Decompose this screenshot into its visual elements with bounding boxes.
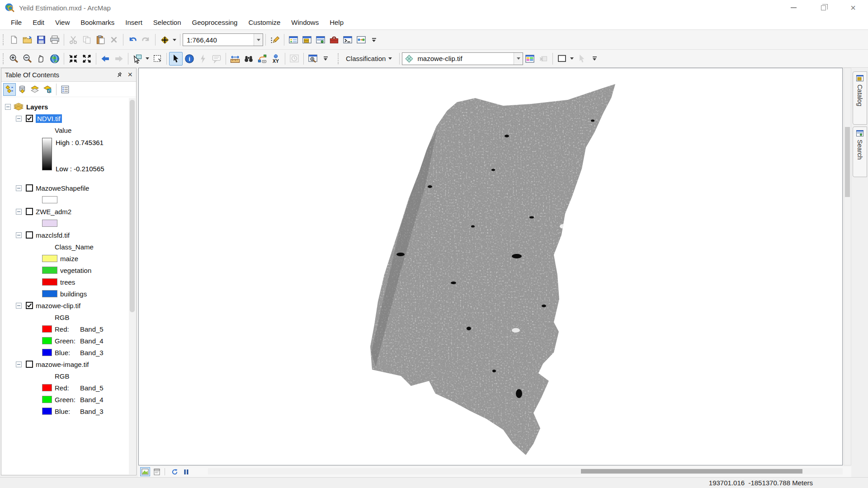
catalog-tab[interactable]: Catalog: [853, 71, 867, 125]
classification-select-button[interactable]: [575, 52, 589, 66]
editor-toolbar-button[interactable]: [268, 33, 282, 47]
collapse-icon[interactable]: [16, 209, 22, 215]
toc-layer-ndvi[interactable]: NDVI.tif: [1, 113, 129, 124]
panel-splitter[interactable]: [137, 68, 138, 475]
print-button[interactable]: [48, 33, 61, 47]
identify-button[interactable]: i: [183, 52, 196, 66]
map-horizontal-scrollbar[interactable]: [208, 468, 843, 474]
mazoweshapefile-symbol-row[interactable]: [1, 194, 129, 206]
draw-shape-dropdown-arrow[interactable]: [570, 57, 574, 60]
python-window-button[interactable]: [341, 33, 354, 47]
mazclsfd-layer-label[interactable]: mazclsfd.tif: [36, 231, 70, 239]
data-view-button[interactable]: [140, 467, 150, 476]
ndvi-layer-label[interactable]: NDVI.tif: [36, 114, 62, 123]
toc-scrollbar[interactable]: [129, 98, 136, 474]
horizontal-scrollbar-thumb[interactable]: [581, 469, 802, 474]
toc-layer-mazowe-clip[interactable]: mazowe-clip.tif: [1, 300, 129, 311]
classification-layer-combobox[interactable]: mazowe-clip.tif: [402, 52, 523, 65]
collapse-icon[interactable]: [16, 116, 22, 122]
go-forward-extent-button[interactable]: [112, 52, 126, 66]
go-to-xy-button[interactable]: XY: [269, 52, 283, 66]
save-button[interactable]: [34, 33, 48, 47]
map-viewport[interactable]: [138, 68, 843, 465]
toc-layer-zwe-adm2[interactable]: ZWE_adm2: [1, 206, 129, 217]
search-tab[interactable]: Search: [853, 127, 867, 177]
paste-button[interactable]: [94, 33, 107, 47]
fixed-zoom-in-button[interactable]: [66, 52, 80, 66]
pause-drawing-button[interactable]: [181, 467, 191, 476]
menu-customize[interactable]: Customize: [243, 16, 286, 28]
draw-rectangle-button[interactable]: [555, 52, 569, 66]
list-by-visibility-button[interactable]: [28, 83, 41, 96]
mazowe-image-checkbox[interactable]: [26, 361, 33, 368]
toolbar-overflow-button[interactable]: [371, 38, 377, 42]
menu-geoprocessing[interactable]: Geoprocessing: [187, 16, 243, 28]
mazowe-clip-checkbox[interactable]: [26, 302, 33, 309]
toolbar-grip[interactable]: [3, 34, 5, 45]
go-back-extent-button[interactable]: [99, 52, 112, 66]
toc-options-button[interactable]: [59, 83, 71, 96]
zoom-in-button[interactable]: [7, 52, 21, 66]
viewer-window-button[interactable]: [306, 52, 320, 66]
redo-button[interactable]: [139, 33, 153, 47]
find-route-button[interactable]: [255, 52, 269, 66]
menu-help[interactable]: Help: [324, 16, 349, 28]
layers-group-label[interactable]: Layers: [26, 103, 48, 111]
restore-button[interactable]: [808, 0, 838, 15]
menu-windows[interactable]: Windows: [286, 16, 324, 28]
ndvi-checkbox[interactable]: [26, 115, 33, 122]
mazoweshapefile-swatch[interactable]: [42, 196, 57, 203]
delete-button[interactable]: [107, 33, 121, 47]
fixed-zoom-out-button[interactable]: [80, 52, 94, 66]
scale-dropdown-button[interactable]: [254, 34, 263, 46]
mazowe-clip-layer-label[interactable]: mazowe-clip.tif: [36, 302, 80, 310]
toc-group-layers[interactable]: Layers: [1, 101, 129, 113]
vertical-scrollbar-thumb[interactable]: [845, 127, 850, 197]
menu-bookmarks[interactable]: Bookmarks: [75, 16, 120, 28]
copy-button[interactable]: [80, 33, 94, 47]
training-sample-manager-button[interactable]: [523, 52, 537, 66]
mazoweshapefile-checkbox[interactable]: [26, 184, 33, 192]
select-features-button[interactable]: [131, 52, 144, 66]
pushpin-icon[interactable]: [116, 71, 123, 79]
zwe-adm2-checkbox[interactable]: [26, 208, 33, 215]
scale-combobox[interactable]: 1:766,440: [183, 33, 263, 46]
toc-window-button[interactable]: [287, 33, 300, 47]
zoom-out-button[interactable]: [21, 52, 34, 66]
full-extent-button[interactable]: [48, 52, 61, 66]
toc-layer-mazclsfd[interactable]: mazclsfd.tif: [1, 229, 129, 241]
toc-layer-mazowe-image[interactable]: mazowe-image.tif: [1, 358, 129, 370]
toolbar-overflow-button[interactable]: [322, 56, 329, 61]
collapse-icon[interactable]: [16, 185, 22, 191]
refresh-button[interactable]: [170, 467, 179, 476]
menu-file[interactable]: File: [5, 16, 27, 28]
collapse-icon[interactable]: [5, 104, 11, 110]
select-features-dropdown-arrow[interactable]: [146, 57, 149, 60]
collapse-icon[interactable]: [16, 303, 22, 309]
modelbuilder-button[interactable]: [354, 33, 368, 47]
search-window-button[interactable]: [314, 33, 327, 47]
undo-button[interactable]: [126, 33, 139, 47]
collapse-icon[interactable]: [16, 232, 22, 238]
zwe-adm2-layer-label[interactable]: ZWE_adm2: [36, 208, 71, 216]
add-data-dropdown-arrow[interactable]: [173, 39, 176, 41]
close-button[interactable]: ×: [838, 0, 868, 15]
list-by-drawing-order-button[interactable]: [3, 83, 16, 96]
find-button[interactable]: [242, 52, 255, 66]
arctoolbox-button[interactable]: [327, 33, 341, 47]
new-document-button[interactable]: [7, 33, 21, 47]
toolbar-overflow-button[interactable]: [591, 56, 598, 61]
toolbar-grip[interactable]: [3, 53, 5, 64]
minimize-button[interactable]: [778, 0, 808, 15]
collapse-icon[interactable]: [16, 361, 22, 367]
select-elements-button[interactable]: [169, 52, 183, 66]
mazowe-image-layer-label[interactable]: mazowe-image.tif: [36, 361, 89, 368]
zwe-adm2-swatch[interactable]: [42, 220, 57, 227]
open-button[interactable]: [21, 33, 34, 47]
clear-training-samples-button[interactable]: [537, 52, 550, 66]
zwe-adm2-symbol-row[interactable]: [1, 217, 129, 229]
toc-header[interactable]: Table Of Contents ×: [1, 68, 136, 82]
pan-button[interactable]: [34, 52, 48, 66]
map-vertical-scrollbar[interactable]: [844, 68, 851, 465]
html-popup-button[interactable]: [196, 52, 210, 66]
